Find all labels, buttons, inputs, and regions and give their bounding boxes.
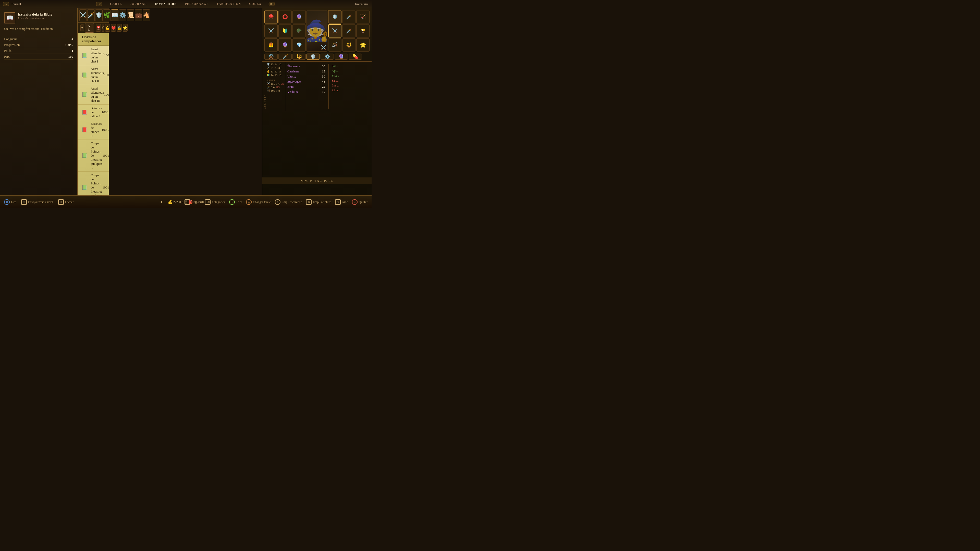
item-val2-3: 0.8 xyxy=(107,110,109,114)
table-row[interactable]: 📗 Coups de Poings, de Pieds, et quelques… xyxy=(78,171,109,195)
equip-slot-b2[interactable]: 🗡️ xyxy=(278,54,292,60)
nav-carte[interactable]: CARTE xyxy=(109,2,123,6)
btn-tenue: △ xyxy=(246,199,251,205)
action-lire[interactable]: ✕ Lire xyxy=(4,199,16,205)
scroll-right-icon: ► xyxy=(209,200,212,204)
scroll-right[interactable]: ► xyxy=(209,200,212,204)
btn-trier: ✦ xyxy=(229,199,235,205)
skill-label: Charisme xyxy=(287,70,299,73)
cat-icon-all[interactable]: ⚔️ xyxy=(80,10,87,21)
nav-journal[interactable]: JOURNAL xyxy=(129,2,148,6)
action-tenue[interactable]: △ Changer tenue xyxy=(246,199,271,205)
cat-icon-livres[interactable]: 📖 xyxy=(111,10,118,21)
filter-lock[interactable]: 🔒 xyxy=(117,24,122,32)
action-ceinture[interactable]: R2 Empl. ceinture xyxy=(306,199,331,205)
equip-slot-l31[interactable]: 🦺 xyxy=(264,38,278,52)
skill-value: 17 xyxy=(322,90,325,94)
filter-strength[interactable]: 💪 xyxy=(105,24,110,32)
top-bar-right: Inventaire xyxy=(355,2,369,6)
table-row[interactable]: 📗 Aussi silencieux qu'un chat II 100 1 2… xyxy=(78,65,109,85)
sort-az-button[interactable]: A-Z xyxy=(85,23,94,33)
item-val1-5: 100 xyxy=(102,154,107,158)
skill-san: San... xyxy=(332,78,370,83)
action-envoyer[interactable]: □ Envoyer vers cheval xyxy=(21,199,53,205)
stat-longueur: Longueur 4 xyxy=(4,36,73,42)
skill-vitesse: Vitesse 30 xyxy=(287,74,325,79)
skill-for: For... xyxy=(332,64,370,68)
right-label: Inventaire xyxy=(355,2,369,6)
equip-slot-r32[interactable]: 🔱 xyxy=(342,38,355,52)
niveau-label: NIV. PRINCIP. 26 xyxy=(301,179,333,183)
nav-personnage[interactable]: PERSONNAGE xyxy=(184,2,210,6)
equip-slot-ring[interactable]: ⭕ xyxy=(278,10,292,24)
equip-slot-r21[interactable]: ⚔️ xyxy=(328,24,342,38)
skill-vita: Vita... xyxy=(332,73,370,78)
filter-helmet[interactable]: ⛑️ xyxy=(96,24,101,32)
equip-slot-r33[interactable]: 🌟 xyxy=(356,38,369,52)
item-header: 📖 Extraits dela la Bible Livre de compét… xyxy=(4,12,73,24)
filter-hash[interactable]: # xyxy=(102,24,104,32)
table-row[interactable]: 📕 Briseurs de crânes II 100 0.8 200 xyxy=(78,120,109,140)
item-name-5: Coups de Poings, de Pieds, et quelques .… xyxy=(91,141,102,170)
equip-slot-r2[interactable]: 🗡️ xyxy=(342,10,355,24)
stat-value: 4 xyxy=(72,37,73,41)
filter-star[interactable]: ⭐ xyxy=(123,24,127,32)
filter-heart[interactable]: ❤️ xyxy=(111,24,116,32)
action-trier[interactable]: ✦ Trier xyxy=(229,199,242,205)
equip-slot-l23[interactable]: 🪖 xyxy=(293,24,306,38)
equip-slot-l32[interactable]: 🔮 xyxy=(278,38,292,52)
skill-ene: Éne... xyxy=(332,83,370,88)
skill-label: Vita... xyxy=(332,74,339,78)
equip-slot-l33[interactable]: 💎 xyxy=(293,38,306,52)
equip-slot-r31[interactable]: 🪃 xyxy=(328,38,342,52)
item-info: Extraits dela la Bible Livre de compéten… xyxy=(18,12,52,21)
equip-slot-r22[interactable]: 🗡️ xyxy=(342,24,355,38)
table-row[interactable]: 📗 Aussi silencieux qu'un chat I 100 1 15… xyxy=(78,46,109,65)
equip-slot-r1[interactable]: 🛡️ xyxy=(328,10,342,24)
stat-poids: Poids 1 xyxy=(4,48,73,54)
item-val2-4: 0.8 xyxy=(107,128,109,132)
top-bar: L2 Journal L2 CARTE JOURNAL INVENTAIRE P… xyxy=(0,0,372,8)
nav-fabrication[interactable]: FABRICATION xyxy=(216,2,242,6)
equip-slot-neck[interactable]: 🔮 xyxy=(293,10,306,24)
table-row[interactable]: 📗 Aussi silencieux qu'un chat III 100 1 … xyxy=(78,85,109,105)
nav-inventaire[interactable]: INVENTAIRE xyxy=(154,2,178,6)
equip-slot-head[interactable]: ⛑️ xyxy=(264,10,278,24)
table-row[interactable]: 📗 Coups de Poings, de Pieds, et quelques… xyxy=(78,140,109,171)
table-row[interactable]: 📕 Briseurs de crâne I 100 0.8 150 xyxy=(78,105,109,120)
btn-envoyer: □ xyxy=(21,199,27,205)
equip-slot-b5[interactable]: ⚙️ xyxy=(321,54,334,60)
inv-list[interactable]: 📗 Aussi silencieux qu'un chat I 100 1 15… xyxy=(78,46,109,195)
equip-slot-b1[interactable]: ⚒️ xyxy=(264,54,278,60)
action-escarcelle[interactable]: R Empl. escarcelle xyxy=(275,199,302,205)
cat-icon-nourriture[interactable]: 🌿 xyxy=(103,10,110,21)
item-icon-4: 📕 xyxy=(81,126,88,133)
cat-icon-armures[interactable]: 🛡️ xyxy=(95,10,103,21)
action-lacher[interactable]: L1 Lâcher xyxy=(58,199,73,205)
item-val1-1: 100 xyxy=(104,73,109,77)
cat-icon-materiaux[interactable]: ⚙️ xyxy=(119,10,126,21)
action-envoyer-label: Envoyer vers cheval xyxy=(28,200,53,204)
skill-label: San... xyxy=(332,79,339,83)
equip-slot-r3[interactable]: 🏹 xyxy=(356,10,369,24)
equip-slot-b4[interactable]: 🛡️ xyxy=(307,54,320,60)
action-escarcelle-label: Empl. escarcelle xyxy=(282,200,302,204)
cat-icon-autres[interactable]: 💼 xyxy=(135,10,142,21)
action-aide[interactable]: □ Aide xyxy=(335,199,348,205)
equip-slot-b7[interactable]: 💊 xyxy=(348,54,362,60)
equip-slot-b3[interactable]: 🔱 xyxy=(293,54,306,60)
equip-slot-l22[interactable]: 🔰 xyxy=(278,24,292,38)
cat-icon-armes[interactable]: 🗡️ xyxy=(87,10,95,21)
item-title: Extraits dela la Bible xyxy=(18,12,52,17)
equip-slot-l21[interactable]: ⚔️ xyxy=(264,24,278,38)
equip-slot-r23[interactable]: 🏆 xyxy=(356,24,369,38)
equip-slot-b6[interactable]: 🔮 xyxy=(334,54,348,60)
cat-icon-cheval[interactable]: 🐴 xyxy=(143,10,150,21)
cat-icon-quete[interactable]: 📜 xyxy=(127,10,134,21)
stat-label: Poids xyxy=(4,49,11,53)
nav-codex[interactable]: CODEX xyxy=(248,2,262,6)
action-quitter[interactable]: ○ Quitter xyxy=(352,199,368,205)
filter-button[interactable]: ▼ xyxy=(80,24,84,31)
item-val1-3: 100 xyxy=(102,110,107,114)
scroll-left[interactable]: ◄ xyxy=(159,200,163,204)
